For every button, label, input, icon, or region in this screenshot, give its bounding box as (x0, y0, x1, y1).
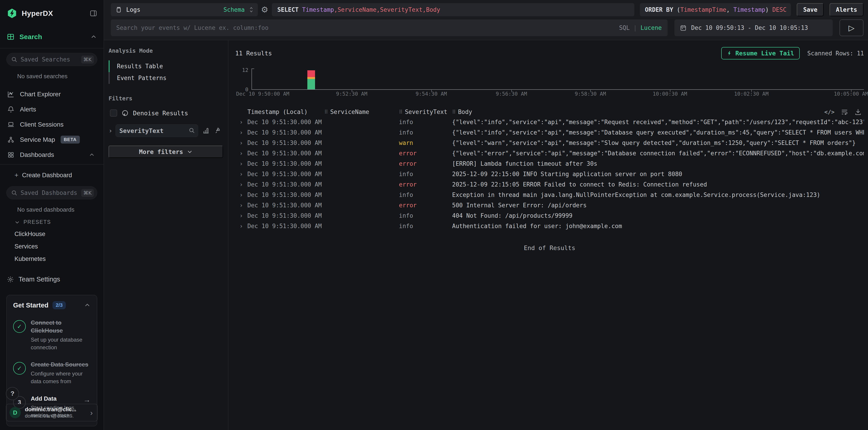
table-row[interactable]: ›Dec 10 9:51:30.000 AMinfo404 Not Found:… (235, 210, 864, 221)
denoise-checkbox[interactable] (110, 109, 117, 117)
lightning-icon (727, 50, 732, 57)
select-clause-input[interactable]: SELECT Timestamp,ServiceName,SeverityTex… (272, 3, 634, 16)
saved-dashboards-box[interactable]: ⌘K (6, 186, 97, 199)
row-expand-icon[interactable]: › (235, 139, 247, 146)
table-row[interactable]: ›Dec 10 9:51:30.000 AMerror[ERROR] Lambd… (235, 159, 864, 169)
col-severitytext[interactable]: ⠿SeverityText (399, 108, 452, 115)
denoise-results-row[interactable]: Denoise Results (108, 109, 222, 117)
sidebar-item-team-settings[interactable]: Team Settings (7, 275, 103, 283)
get-started-item-sources[interactable]: ✓ Create Data Sources Configure where yo… (13, 361, 90, 385)
sql-toggle[interactable]: SQL (619, 25, 630, 31)
row-expand-icon[interactable]: › (235, 181, 247, 188)
table-header-row: Timestamp (Local) ⠿ServiceName ⠿Severity… (235, 107, 864, 117)
results-histogram[interactable]: 12 0 (235, 68, 864, 102)
facet-chart-icon[interactable] (203, 127, 210, 134)
table-row[interactable]: ›Dec 10 9:51:30.000 AMinfo{"level":"info… (235, 117, 864, 127)
filters-label: Filters (108, 95, 222, 102)
tab-event-patterns[interactable]: Event Patterns (108, 72, 222, 84)
histogram-plot-area: Dec 10 9:50:00 AM 9:52:30 AM 9:54:30 AM … (251, 68, 864, 90)
sidebar-item-search[interactable]: Search (0, 31, 103, 42)
saved-searches-input[interactable] (21, 56, 81, 63)
source-settings-gear-icon[interactable]: ⚙ (261, 6, 268, 14)
shortcut-badge: ⌘K (81, 189, 94, 197)
laptop-icon (7, 121, 14, 128)
presets-toggle[interactable]: PRESETS (14, 219, 103, 225)
get-started-header[interactable]: Get Started 2/3 (13, 301, 90, 309)
sidebar-item-dashboards[interactable]: Dashboards (0, 147, 103, 162)
user-account-button[interactable]: D dominic.tran@clic... dominic.tran@clic… (6, 404, 98, 421)
drag-handle-icon[interactable]: ⠿ (399, 109, 403, 115)
sidebar-collapse-icon[interactable] (90, 9, 97, 17)
x-axis-tick-label: 10:02:30 AM (734, 91, 769, 97)
table-row[interactable]: ›Dec 10 9:51:30.000 AMinfoException in t… (235, 190, 864, 200)
event-search-box: SQL | Lucene (111, 20, 668, 36)
saved-dashboards-input[interactable] (21, 190, 81, 196)
chevron-up-icon[interactable] (90, 34, 97, 40)
table-row[interactable]: ›Dec 10 9:51:30.000 AMinfoAuthentication… (235, 221, 864, 231)
row-expand-icon[interactable]: › (235, 119, 247, 126)
sidebar-item-alerts[interactable]: Alerts (0, 102, 103, 117)
sidebar-search-label: Search (20, 33, 86, 41)
event-search-input[interactable] (111, 20, 668, 36)
time-range-picker[interactable]: Dec 10 09:50:13 - Dec 10 10:05:13 (674, 20, 833, 36)
save-button[interactable]: Save (797, 3, 824, 16)
col-servicename[interactable]: ⠿ServiceName (324, 108, 399, 115)
step-title: Create Data Sources (31, 361, 90, 368)
chevron-right-icon: › (90, 408, 93, 417)
row-expand-icon[interactable]: › (235, 192, 247, 198)
divider (0, 164, 103, 165)
chevron-down-icon (14, 220, 20, 225)
text-wrap-icon[interactable] (841, 108, 848, 115)
table-row[interactable]: ›Dec 10 9:51:30.000 AMerror{"level":"err… (235, 148, 864, 159)
row-expand-icon[interactable]: › (235, 202, 247, 209)
sidebar-item-service-map[interactable]: Service Map BETA (0, 132, 103, 147)
table-row[interactable]: ›Dec 10 9:51:30.000 AMwarn{"level":"warn… (235, 138, 864, 148)
chevron-up-icon[interactable] (84, 302, 90, 308)
drag-handle-icon[interactable]: ⠿ (324, 109, 328, 115)
sidebar-item-client-sessions[interactable]: Client Sessions (0, 117, 103, 132)
view-sql-icon[interactable]: </> (824, 109, 835, 115)
facet-pin-icon[interactable] (214, 127, 222, 134)
order-by-input[interactable]: ORDER BY (TimestampTime, Timestamp) DESC (640, 3, 791, 16)
table-row[interactable]: ›Dec 10 9:51:30.000 AMerror500 Internal … (235, 200, 864, 210)
col-body[interactable]: ⠿Body (452, 108, 864, 115)
preset-kubernetes[interactable]: Kubernetes (14, 256, 103, 262)
table-row[interactable]: ›Dec 10 9:51:30.000 AMinfo{"level":"info… (235, 127, 864, 138)
get-started-item-connect[interactable]: ✓ Connect to ClickHouse Set up your data… (13, 319, 90, 351)
beta-badge: BETA (61, 136, 80, 143)
row-expand-icon[interactable]: › (235, 212, 247, 219)
resume-live-tail-button[interactable]: Resume Live Tail (721, 47, 800, 60)
saved-searches-box[interactable]: ⌘K (6, 53, 97, 66)
drag-handle-icon[interactable]: ⠿ (452, 109, 456, 115)
create-dashboard-button[interactable]: + Create Dashboard (14, 171, 103, 179)
row-expand-icon[interactable]: › (235, 129, 247, 136)
x-axis-tick-label: 9:58:30 AM (575, 91, 606, 97)
row-expand-icon[interactable]: › (235, 171, 247, 177)
sidebar-item-chart-explorer[interactable]: Chart Explorer (0, 87, 103, 102)
preset-services[interactable]: Services (14, 243, 103, 250)
lucene-toggle[interactable]: Lucene (641, 25, 662, 31)
histogram-bar[interactable] (307, 68, 315, 89)
preset-clickhouse[interactable]: ClickHouse (14, 231, 103, 238)
user-email: dominic.tran@clickh... (25, 413, 86, 419)
chart-explorer-icon (7, 91, 14, 98)
main-area: Logs Schema ⚙ SELECT Timestamp,ServiceNa… (104, 0, 868, 430)
more-filters-button[interactable]: More filters (108, 145, 223, 158)
alerts-button[interactable]: Alerts (830, 3, 864, 16)
facet-expand-icon[interactable]: › (108, 127, 113, 134)
row-expand-icon[interactable]: › (235, 150, 247, 157)
help-icon: ? (10, 390, 14, 397)
table-row[interactable]: ›Dec 10 9:51:30.000 AMinfo2025-12-09 22:… (235, 169, 864, 179)
facet-search-input[interactable] (116, 124, 198, 137)
table-row[interactable]: ›Dec 10 9:51:30.000 AMerror2025-12-09 22… (235, 179, 864, 190)
row-expand-icon[interactable]: › (235, 223, 247, 229)
chevron-up-icon[interactable] (88, 152, 95, 158)
row-expand-icon[interactable]: › (235, 160, 247, 167)
run-query-button[interactable]: ▷ (839, 20, 864, 36)
query-toolbar: Logs Schema ⚙ SELECT Timestamp,ServiceNa… (104, 0, 868, 40)
col-timestamp[interactable]: Timestamp (Local) (247, 108, 324, 115)
tab-results-table[interactable]: Results Table (108, 60, 222, 72)
download-icon[interactable] (855, 108, 862, 115)
help-button[interactable]: ? (6, 387, 19, 400)
data-source-select[interactable]: Logs Schema (111, 3, 258, 16)
